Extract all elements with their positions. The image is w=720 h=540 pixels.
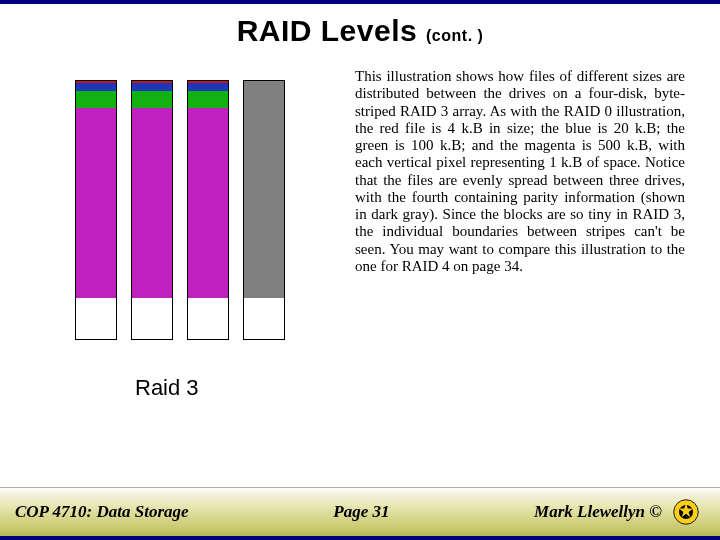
disk-1 — [75, 80, 117, 340]
file-green-stripe — [76, 91, 116, 108]
illustration-panel: Raid 3 — [15, 68, 355, 401]
file-blue-stripe — [76, 83, 116, 91]
raid-label: Raid 3 — [135, 375, 355, 401]
bottom-accent-bar — [0, 536, 720, 540]
page-title: RAID Levels (cont. ) — [0, 14, 720, 48]
content-area: Raid 3 This illustration shows how files… — [0, 68, 720, 401]
file-magenta-stripe — [76, 108, 116, 298]
file-blue-stripe — [188, 83, 228, 91]
author-block: Mark Llewellyn © — [534, 498, 700, 526]
author-label: Mark Llewellyn © — [534, 502, 662, 522]
title-main: RAID Levels — [237, 14, 426, 47]
file-magenta-stripe — [132, 108, 172, 298]
title-sub: (cont. ) — [426, 27, 483, 44]
footer: COP 4710: Data Storage Page 31 Mark Llew… — [0, 487, 720, 540]
page-number: Page 31 — [333, 502, 389, 522]
disk-3 — [187, 80, 229, 340]
file-green-stripe — [132, 91, 172, 108]
ucf-logo-icon — [672, 498, 700, 526]
course-label: COP 4710: Data Storage — [15, 502, 189, 522]
disk-2 — [131, 80, 173, 340]
raid-disks — [15, 68, 355, 340]
footer-bar: COP 4710: Data Storage Page 31 Mark Llew… — [0, 487, 720, 536]
parity-stripe — [244, 81, 284, 298]
disk-4-parity — [243, 80, 285, 340]
description-text: This illustration shows how files of dif… — [355, 68, 685, 401]
file-green-stripe — [188, 91, 228, 108]
file-magenta-stripe — [188, 108, 228, 298]
top-accent-bar — [0, 0, 720, 4]
file-blue-stripe — [132, 83, 172, 91]
